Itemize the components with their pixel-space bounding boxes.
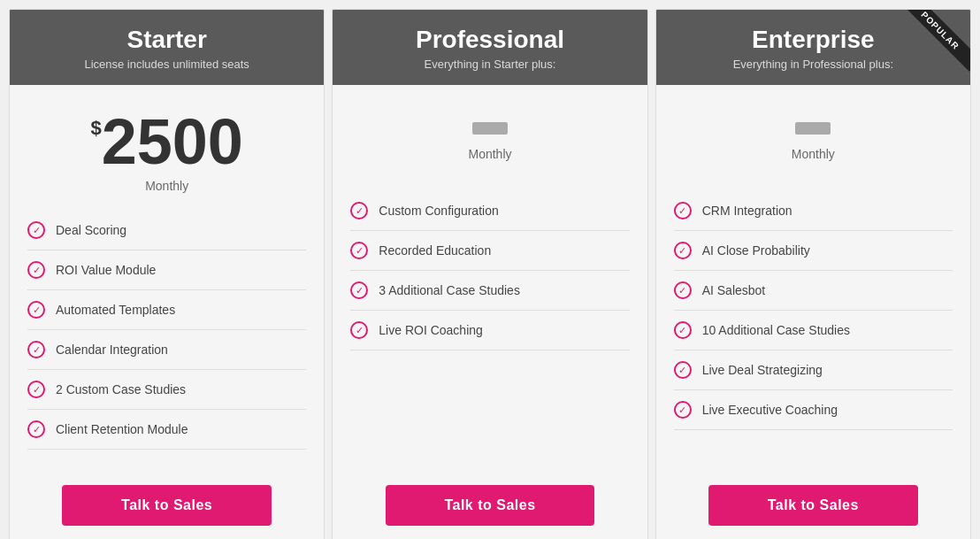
price-period-enterprise: Monthly [792, 147, 835, 161]
feature-item: ✓Live Executive Coaching [674, 390, 953, 430]
check-icon: ✓ [27, 420, 45, 438]
features-list-starter: ✓Deal Scoring✓ROI Value Module✓Automated… [10, 211, 324, 467]
popular-badge: POPULAR [900, 10, 970, 81]
check-icon: ✓ [674, 321, 692, 339]
check-icon: ✓ [27, 341, 45, 358]
plan-subtitle-professional: Everything in Starter plus: [347, 58, 632, 71]
check-icon: ✓ [674, 202, 692, 219]
plan-price-starter: $2500Monthly [10, 85, 324, 211]
feature-item: ✓Live Deal Strategizing [674, 350, 953, 390]
plan-price-professional: Monthly [333, 85, 647, 191]
feature-item: ✓10 Additional Case Studies [674, 311, 953, 350]
plan-footer-professional: Talk to Sales [333, 467, 647, 539]
popular-badge-label: POPULAR [900, 10, 970, 72]
plan-footer-enterprise: Talk to Sales [656, 467, 970, 539]
check-icon: ✓ [27, 381, 45, 398]
check-icon: ✓ [674, 401, 692, 419]
price-period-professional: Monthly [468, 147, 511, 161]
feature-item: ✓AI Salesbot [674, 271, 953, 311]
check-icon: ✓ [27, 221, 45, 239]
feature-label: AI Salesbot [702, 283, 766, 297]
plan-footer-starter: Talk to Sales [10, 467, 324, 539]
plan-name-starter: Starter [24, 26, 310, 54]
feature-item: ✓Automated Templates [27, 290, 306, 330]
plan-card-enterprise: POPULAREnterpriseEverything in Professio… [655, 9, 971, 539]
price-dollar-sign: $ [90, 119, 101, 138]
feature-item: ✓2 Custom Case Studies [27, 370, 306, 410]
feature-item: ✓Recorded Education [350, 231, 629, 271]
feature-item: ✓Deal Scoring [27, 211, 306, 250]
talk-to-sales-button-professional[interactable]: Talk to Sales [386, 485, 594, 526]
features-list-enterprise: ✓CRM Integration✓AI Close Probability✓AI… [656, 191, 970, 467]
feature-label: 3 Additional Case Studies [379, 283, 520, 297]
plan-subtitle-starter: License includes unlimited seats [24, 58, 310, 71]
feature-item: ✓Live ROI Coaching [350, 311, 629, 350]
check-icon: ✓ [27, 301, 45, 319]
feature-label: Client Retention Module [56, 422, 188, 436]
feature-item: ✓CRM Integration [674, 191, 953, 231]
check-icon: ✓ [350, 242, 368, 259]
plan-header-starter: StarterLicense includes unlimited seats [10, 10, 324, 85]
price-period-starter: Monthly [145, 179, 188, 193]
feature-item: ✓Client Retention Module [27, 410, 306, 450]
feature-label: Live Deal Strategizing [702, 363, 823, 377]
check-icon: ✓ [674, 361, 692, 379]
feature-label: AI Close Probability [702, 243, 810, 258]
plan-name-professional: Professional [347, 26, 632, 54]
feature-item: ✓3 Additional Case Studies [350, 271, 629, 311]
check-icon: ✓ [27, 261, 45, 279]
price-number: 2500 [102, 110, 243, 173]
check-icon: ✓ [350, 202, 368, 219]
feature-label: Custom Configuration [379, 204, 498, 218]
features-list-professional: ✓Custom Configuration✓Recorded Education… [333, 191, 647, 467]
feature-item: ✓ROI Value Module [27, 250, 306, 290]
plan-card-starter: StarterLicense includes unlimited seats$… [9, 9, 325, 539]
feature-label: 2 Custom Case Studies [56, 382, 186, 397]
feature-label: Calendar Integration [56, 343, 168, 357]
feature-item: ✓AI Close Probability [674, 231, 953, 271]
plan-header-professional: ProfessionalEverything in Starter plus: [333, 10, 647, 85]
plan-card-professional: ProfessionalEverything in Starter plus:M… [332, 9, 647, 539]
pricing-container: StarterLicense includes unlimited seats$… [0, 0, 980, 539]
feature-label: Recorded Education [379, 243, 491, 258]
check-icon: ✓ [674, 281, 692, 299]
plan-price-enterprise: Monthly [656, 85, 970, 191]
price-amount: $2500 [90, 110, 242, 173]
talk-to-sales-button-starter[interactable]: Talk to Sales [62, 485, 271, 526]
feature-label: ROI Value Module [56, 263, 156, 277]
feature-label: Live Executive Coaching [702, 403, 838, 417]
feature-label: Live ROI Coaching [379, 323, 483, 337]
check-icon: ✓ [674, 242, 692, 259]
feature-label: Deal Scoring [56, 223, 126, 237]
price-placeholder [795, 122, 831, 135]
talk-to-sales-button-enterprise[interactable]: Talk to Sales [708, 485, 917, 526]
feature-item: ✓Calendar Integration [27, 330, 306, 370]
feature-item: ✓Custom Configuration [350, 191, 629, 231]
check-icon: ✓ [350, 321, 368, 339]
check-icon: ✓ [350, 281, 368, 299]
feature-label: CRM Integration [702, 204, 792, 218]
feature-label: Automated Templates [56, 303, 175, 317]
feature-label: 10 Additional Case Studies [702, 323, 850, 337]
price-placeholder [472, 122, 508, 135]
